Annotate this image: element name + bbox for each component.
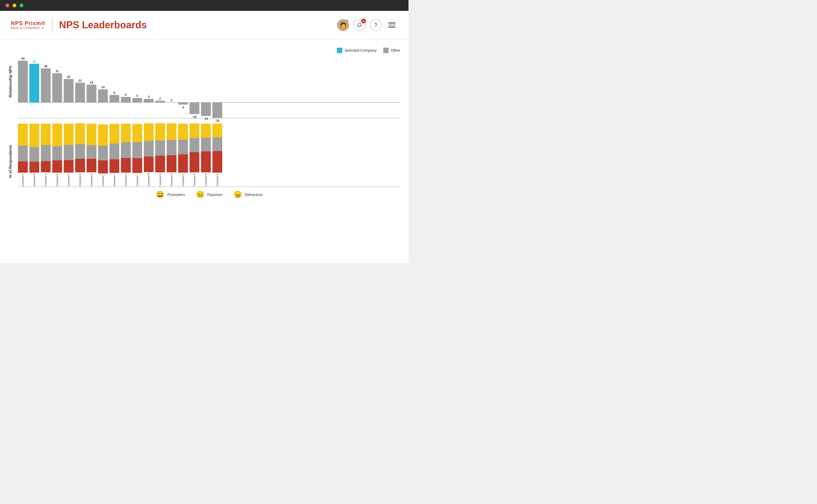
nps-bar	[18, 61, 28, 103]
menu-button[interactable]	[386, 20, 398, 30]
seg-passives	[52, 146, 62, 160]
stacked-y-axis-label: % of Respondents	[5, 124, 15, 199]
stacked-bar-wrap	[201, 123, 211, 172]
seg-promoters	[29, 124, 39, 147]
stacked-bar-wrap	[52, 124, 62, 173]
stacked-col: Company E	[52, 124, 62, 187]
nps-bar-label: -16	[215, 119, 220, 122]
nps-bar	[144, 99, 154, 103]
seg-passives	[98, 146, 108, 160]
stacked-col: Company M	[144, 123, 154, 187]
legend-emoji: 😐	[196, 190, 205, 199]
legend-text: Detractors	[245, 193, 263, 197]
header-actions: 🧑 6 ?	[337, 19, 398, 31]
seg-promoters	[52, 124, 62, 146]
seg-promoters	[75, 123, 85, 144]
notifications-button[interactable]: 6	[353, 19, 365, 31]
nps-bar-col: 21	[75, 61, 85, 118]
company-label: Company N	[159, 173, 161, 187]
close-dot[interactable]	[5, 4, 9, 7]
seg-promoters	[98, 124, 108, 145]
stacked-col: Company H	[87, 123, 96, 187]
company-label: Company G	[79, 173, 81, 187]
nps-bar-label: 14	[101, 85, 105, 89]
seg-promoters	[41, 124, 51, 145]
seg-detractors	[29, 162, 39, 173]
stacked-col: Company I	[98, 124, 108, 187]
seg-passives	[178, 140, 188, 154]
seg-detractors	[18, 161, 28, 173]
nps-bar-col: 41	[29, 61, 39, 118]
seg-promoters	[155, 123, 165, 140]
seg-passives	[212, 137, 222, 151]
nps-bar-label: -14	[204, 117, 208, 120]
stacked-col: Company B	[29, 124, 39, 187]
seg-passives	[155, 140, 165, 156]
company-label: Company H	[90, 173, 93, 187]
stacked-col: Company N	[155, 123, 165, 187]
minimize-dot[interactable]	[13, 4, 16, 7]
nps-bar-label: 44	[21, 57, 25, 60]
seg-detractors	[190, 152, 199, 172]
nps-bar-label: -2	[182, 106, 184, 109]
seg-passives	[109, 143, 119, 159]
nps-bar-label: 2	[159, 97, 161, 100]
seg-promoters	[212, 124, 222, 137]
stacked-col: Company C	[41, 123, 51, 187]
stacked-baseline	[18, 187, 400, 187]
seg-passives	[29, 147, 39, 162]
nps-bar	[190, 103, 199, 114]
nps-bar	[201, 103, 211, 116]
company-label: Company A	[22, 174, 24, 187]
nps-bar-label: 25	[67, 75, 70, 78]
nps-bar-label: 21	[78, 79, 82, 82]
stacked-chart-area: Company ACompany BCompany CCompany EComp…	[15, 124, 403, 199]
logo-nps: NPS Prism®	[11, 20, 45, 26]
nps-bar-label: -12	[192, 115, 197, 118]
stacked-col: Company R	[201, 123, 211, 187]
stacked-col: Company L	[132, 124, 142, 187]
page-title: NPS Leaderboards	[59, 19, 337, 31]
app-container: NPS Prism® BAIN & COMPANY ④ NPS Leaderbo…	[0, 11, 409, 263]
stacked-col: Company K	[121, 124, 131, 187]
nps-bar	[132, 98, 142, 103]
company-label: Company L	[136, 174, 139, 187]
nps-bar-col: -12	[190, 61, 199, 118]
maximize-dot[interactable]	[20, 4, 23, 7]
stacked-bar-wrap	[87, 123, 96, 172]
seg-promoters	[18, 124, 28, 146]
seg-passives	[190, 138, 199, 152]
avatar-wrap[interactable]: 🧑	[337, 19, 349, 31]
stacked-col: Company G	[75, 123, 85, 187]
stacked-col: Company Q	[190, 123, 199, 187]
nps-chart-area: Selected Company Other 44413631252119148…	[15, 45, 403, 118]
legend-emoji: 😠	[233, 190, 242, 199]
legend-swatch	[337, 48, 342, 53]
seg-passives	[18, 146, 28, 161]
nps-bar-col: -2	[178, 61, 188, 118]
seg-detractors	[212, 151, 222, 173]
stacked-bar-wrap	[29, 124, 39, 173]
stacked-col: Company F	[64, 124, 74, 187]
logo-area: NPS Prism® BAIN & COMPANY ④	[11, 20, 45, 30]
nps-bar-label: 8	[114, 91, 115, 94]
stacked-bar-wrap	[121, 124, 131, 173]
legend-item: Other	[383, 48, 400, 53]
seg-promoters	[190, 123, 199, 138]
company-label: Company O	[170, 173, 173, 187]
stacked-bar-wrap	[212, 124, 222, 173]
stacked-legend-item: 😀 Promoters	[156, 190, 185, 199]
company-label: Company J	[113, 174, 116, 187]
nps-bar	[41, 68, 51, 103]
seg-passives	[87, 145, 96, 159]
stacked-col: Company O	[167, 123, 176, 187]
seg-passives	[132, 142, 142, 158]
seg-detractors	[52, 160, 62, 173]
legend-label: Selected Company	[345, 48, 377, 53]
seg-detractors	[201, 151, 211, 172]
stacked-legend-item: 😐 Passives	[196, 190, 222, 199]
help-button[interactable]: ?	[370, 19, 382, 31]
seg-detractors	[178, 154, 188, 173]
stacked-bar-wrap	[132, 124, 142, 173]
seg-detractors	[132, 158, 142, 173]
